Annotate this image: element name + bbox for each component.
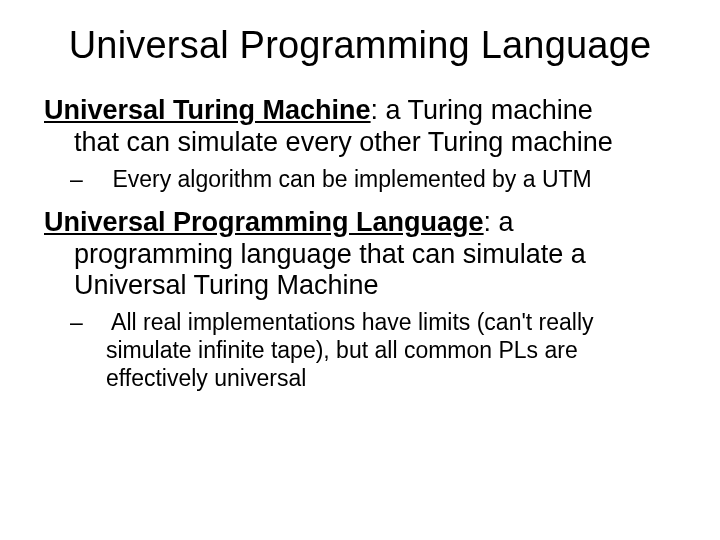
definition-utm: Universal Turing Machine: a Turing machi… xyxy=(44,95,676,159)
slide-title: Universal Programming Language xyxy=(44,24,676,67)
term-utm: Universal Turing Machine xyxy=(44,95,371,125)
slide: Universal Programming Language Universal… xyxy=(0,0,720,540)
dash-icon: – xyxy=(88,308,106,336)
upl-cont2: Universal Turing Machine xyxy=(44,270,676,302)
sub-upl-text: All real implementations have limits (ca… xyxy=(106,309,594,391)
term-upl: Universal Programming Language xyxy=(44,207,484,237)
sub-utm-text: Every algorithm can be implemented by a … xyxy=(106,166,592,192)
sub-upl: – All real implementations have limits (… xyxy=(88,308,676,392)
upl-cont1: programming language that can simulate a xyxy=(44,239,676,271)
utm-rest: : a Turing machine xyxy=(371,95,593,125)
definition-upl: Universal Programming Language: a progra… xyxy=(44,207,676,303)
dash-icon: – xyxy=(88,165,106,193)
upl-rest: : a xyxy=(484,207,514,237)
sub-utm: – Every algorithm can be implemented by … xyxy=(88,165,676,193)
utm-cont: that can simulate every other Turing mac… xyxy=(44,127,676,159)
